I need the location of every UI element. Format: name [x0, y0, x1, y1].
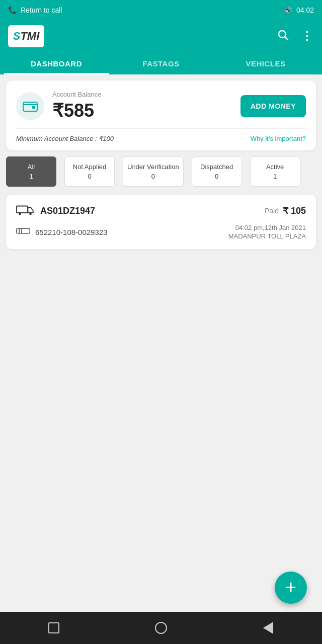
tab-dashboard[interactable]: DASHBOARD: [4, 52, 109, 74]
nav-tabs: DASHBOARD FASTAGS VEHICLES: [0, 52, 322, 74]
add-money-button[interactable]: ADD MONEY: [240, 95, 306, 117]
bottom-nav: [0, 612, 322, 644]
txn-tag-id: 652210-108-0029323: [35, 228, 107, 236]
nav-square-button[interactable]: [45, 619, 63, 637]
txn-vehicle: AS01DZ1947: [16, 204, 95, 218]
nav-circle-icon: [155, 622, 167, 634]
txn-paid: Paid ₹ 105: [265, 205, 306, 216]
nav-back-button[interactable]: [259, 619, 277, 637]
status-time: 04:02: [296, 6, 314, 14]
more-options-icon[interactable]: ⋮: [301, 29, 314, 43]
header-icons: ⋮: [277, 29, 314, 44]
txn-time: 04:02 pm,12th Jan 2021: [228, 224, 306, 231]
tab-vehicles[interactable]: VEHICLES: [213, 52, 318, 74]
filter-tab-not-applied[interactable]: Not Applied 0: [64, 156, 115, 187]
balance-top: Account Balance ₹585 ADD MONEY: [16, 91, 306, 121]
nav-back-icon: [263, 622, 273, 634]
filter-tabs: All 1 Not Applied 0 Under Verification 0…: [6, 156, 316, 189]
txn-row-bottom: 652210-108-0029323 04:02 pm,12th Jan 202…: [16, 224, 306, 240]
filter-tab-dispatched[interactable]: Dispatched 0: [192, 156, 242, 187]
volume-icon: 🔊: [284, 6, 292, 14]
status-bar-right: 🔊 04:02: [284, 6, 314, 14]
balance-card: Account Balance ₹585 ADD MONEY Minimum A…: [6, 80, 316, 150]
svg-rect-7: [17, 228, 30, 233]
min-balance-text: Minimum Account Balance : ₹100: [16, 135, 114, 142]
fab-add-button[interactable]: +: [275, 572, 307, 604]
svg-rect-3: [32, 106, 35, 109]
filter-tab-active[interactable]: Active 1: [250, 156, 300, 187]
txn-vehicle-id: AS01DZ1947: [40, 206, 95, 216]
phone-icon: 📞: [8, 6, 17, 14]
txn-paid-label: Paid: [265, 207, 279, 215]
balance-label: Account Balance: [52, 91, 102, 98]
transaction-card[interactable]: AS01DZ1947 Paid ₹ 105 652210-108-002932: [6, 195, 316, 249]
status-bar-left: 📞 Return to call: [8, 6, 62, 14]
txn-meta: 04:02 pm,12th Jan 2021 MADANPUR TOLL PLA…: [228, 224, 306, 240]
status-bar: 📞 Return to call 🔊 04:02: [0, 0, 322, 20]
nav-square-icon: [48, 622, 59, 633]
balance-currency: ₹: [52, 100, 64, 121]
logo-text: STMI: [13, 30, 40, 43]
app-header: STMI ⋮: [0, 20, 322, 52]
fab-plus-icon: +: [285, 578, 296, 597]
tag-icon: [16, 226, 30, 238]
svg-point-5: [19, 213, 21, 215]
txn-paid-amount: ₹ 105: [283, 205, 306, 216]
tab-fastags[interactable]: FASTAGS: [109, 52, 213, 74]
svg-line-1: [285, 37, 288, 40]
wallet-icon: [22, 98, 38, 114]
filter-tab-under-verification[interactable]: Under Verification 0: [123, 156, 184, 187]
app-logo: STMI: [8, 25, 44, 47]
balance-amount: ₹585: [52, 100, 102, 121]
return-to-call-text: Return to call: [21, 6, 62, 14]
svg-rect-4: [17, 206, 28, 213]
balance-info: Account Balance ₹585: [52, 91, 102, 121]
balance-footer: Minimum Account Balance : ₹100 Why it's …: [16, 128, 306, 142]
balance-left: Account Balance ₹585: [16, 91, 102, 121]
search-icon[interactable]: [277, 29, 289, 44]
txn-tag: 652210-108-0029323: [16, 226, 107, 238]
why-important-link[interactable]: Why it's important?: [251, 135, 306, 142]
balance-value: 585: [64, 100, 94, 121]
filter-tab-all[interactable]: All 1: [6, 156, 56, 187]
svg-point-6: [29, 213, 32, 215]
txn-location: MADANPUR TOLL PLAZA: [228, 232, 306, 240]
main-content: Account Balance ₹585 ADD MONEY Minimum A…: [0, 74, 322, 612]
truck-icon: [16, 204, 34, 218]
txn-row-top: AS01DZ1947 Paid ₹ 105: [16, 204, 306, 218]
wallet-icon-box: [16, 92, 44, 120]
nav-home-button[interactable]: [152, 619, 170, 637]
